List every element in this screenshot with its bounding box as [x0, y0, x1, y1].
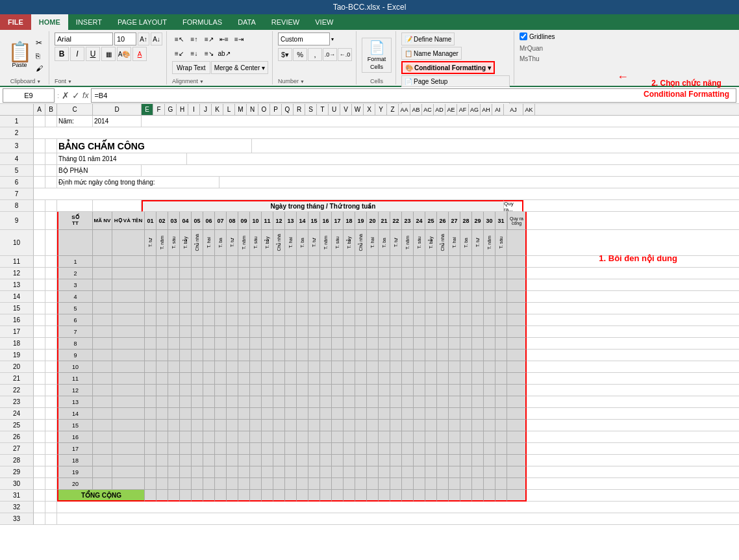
cell-b1[interactable] [45, 116, 57, 127]
day-header-12[interactable]: 12 [273, 212, 285, 230]
font-name-input[interactable] [55, 32, 113, 45]
day-name-26[interactable]: Chủ nhà [437, 230, 449, 256]
cell-hoten-8[interactable] [112, 338, 145, 350]
cell-hoten-3[interactable] [112, 279, 145, 291]
cell-a5[interactable] [34, 165, 45, 177]
font-color-button[interactable]: A [132, 47, 147, 61]
cell-hoten-11[interactable] [112, 373, 145, 385]
cell-manv-16[interactable] [93, 431, 112, 443]
fill-color-button[interactable]: A🎨 [117, 47, 131, 61]
col-header-h[interactable]: H [177, 104, 188, 115]
cell-sott10[interactable] [57, 230, 93, 256]
copy-button[interactable]: ⎘ [34, 50, 45, 62]
col-header-j[interactable]: J [200, 104, 212, 115]
cell-c8[interactable] [57, 200, 93, 212]
cell-manv10[interactable] [93, 230, 112, 256]
day-header-05[interactable]: 05 [192, 212, 203, 230]
day-name-24[interactable]: T. sáu [414, 230, 425, 256]
cell-sott-5[interactable]: 5 [57, 303, 93, 314]
day-header-31[interactable]: 31 [495, 212, 507, 230]
col-header-w[interactable]: W [352, 104, 364, 115]
indent-decrease-button[interactable]: ⇤≡ [217, 32, 231, 45]
cell-b8[interactable] [45, 200, 57, 212]
col-header-i[interactable]: I [188, 104, 200, 115]
font-shrink-button[interactable]: A↓ [151, 32, 162, 45]
cell-manv-4[interactable] [93, 291, 112, 303]
cut-button[interactable]: ✂ [34, 36, 45, 49]
cell-hoten-4[interactable] [112, 291, 145, 303]
page-setup-button[interactable]: 📄 Page Setup [401, 75, 510, 87]
cell-manv-18[interactable] [93, 455, 112, 466]
cancel-icon[interactable]: ✗ [62, 90, 69, 101]
cell-manv-14[interactable] [93, 408, 112, 420]
cell-hoten-16[interactable] [112, 431, 145, 443]
cell-a10[interactable] [34, 230, 45, 256]
cell-c1[interactable]: Năm: [57, 116, 93, 127]
cell-hoten-18[interactable] [112, 455, 145, 466]
cell-manv-11[interactable] [93, 373, 112, 385]
cell-sott-6[interactable]: 6 [57, 314, 93, 326]
cell-manv-9[interactable] [93, 350, 112, 361]
day-header-16[interactable]: 16 [320, 212, 332, 230]
cell-manv[interactable]: MÃ NV [93, 212, 112, 230]
day-name-3[interactable]: T. sáu [168, 230, 180, 256]
cell-manv-7[interactable] [93, 326, 112, 338]
cell-hoten-6[interactable] [112, 314, 145, 326]
cell-sott-13[interactable]: 13 [57, 396, 93, 408]
merge-center-button[interactable]: Merge & Center ▾ [211, 61, 268, 74]
col-header-f[interactable]: F [153, 104, 165, 115]
day-header-01[interactable]: 01 [145, 212, 157, 230]
day-header-24[interactable]: 24 [414, 212, 425, 230]
currency-button[interactable]: $▾ [278, 48, 292, 61]
cell-sott-4[interactable]: 4 [57, 291, 93, 303]
day-header-22[interactable]: 22 [390, 212, 402, 230]
day-header-17[interactable]: 17 [332, 212, 344, 230]
day-name-7[interactable]: T. ba [215, 230, 227, 256]
cell-hoten-10[interactable] [112, 361, 145, 373]
cell-hoten10[interactable] [112, 230, 145, 256]
day-name-18[interactable]: T. bảy [344, 230, 355, 256]
col-header-u[interactable]: U [329, 104, 340, 115]
col-header-ak[interactable]: AK [523, 104, 535, 115]
cell-a1[interactable] [34, 116, 45, 127]
tab-pagelayout[interactable]: PAGE LAYOUT [110, 14, 175, 30]
define-name-button[interactable]: 📝 Define Name [401, 32, 455, 45]
name-box[interactable] [3, 88, 55, 103]
col-header-z[interactable]: Z [387, 104, 399, 115]
cell-hoten-7[interactable] [112, 326, 145, 338]
day-header-23[interactable]: 23 [402, 212, 414, 230]
day-name-22[interactable]: T. tư [390, 230, 402, 256]
cell-manv-10[interactable] [93, 361, 112, 373]
cell-hoten[interactable]: HỌ VÀ TÊN [112, 212, 145, 230]
cell-quyra10[interactable] [507, 230, 527, 256]
col-header-y[interactable]: Y [375, 104, 387, 115]
cell-sott-9[interactable]: 9 [57, 350, 93, 361]
underline-button[interactable]: U [86, 47, 100, 61]
col-header-t[interactable]: T [317, 104, 329, 115]
cell-manv-8[interactable] [93, 338, 112, 350]
cell-hoten-17[interactable] [112, 443, 145, 455]
cell-c5[interactable]: BỘ PHẬN [57, 165, 142, 177]
cell-quyra9[interactable]: Quy ra công [507, 212, 527, 230]
day-header-30[interactable]: 30 [484, 212, 495, 230]
col-header-af[interactable]: AF [457, 104, 469, 115]
function-icon[interactable]: fx [82, 91, 88, 100]
cell-hoten-12[interactable] [112, 385, 145, 396]
day-name-9[interactable]: T. năm [238, 230, 250, 256]
cell-c6[interactable]: Định mức ngày công trong tháng: [57, 177, 219, 188]
cell-manv-15[interactable] [93, 420, 112, 431]
col-header-c[interactable]: C [57, 104, 93, 115]
font-size-input[interactable] [114, 32, 136, 45]
cell-manv-1[interactable] [93, 256, 112, 268]
day-name-11[interactable]: T. bảy [262, 230, 273, 256]
col-header-e[interactable]: E [142, 104, 153, 115]
formula-input[interactable] [91, 88, 736, 103]
enter-icon[interactable]: ✓ [72, 90, 80, 101]
col-header-aa[interactable]: AA [399, 104, 410, 115]
day-name-16[interactable]: T. năm [320, 230, 332, 256]
align-top-right-button[interactable]: ≡↗ [202, 32, 216, 45]
day-name-20[interactable]: T. hai [367, 230, 379, 256]
cell-sott-19[interactable]: 19 [57, 466, 93, 478]
wrap-text-button[interactable]: Wrap Text [172, 61, 210, 74]
col-header-ac[interactable]: AC [422, 104, 434, 115]
